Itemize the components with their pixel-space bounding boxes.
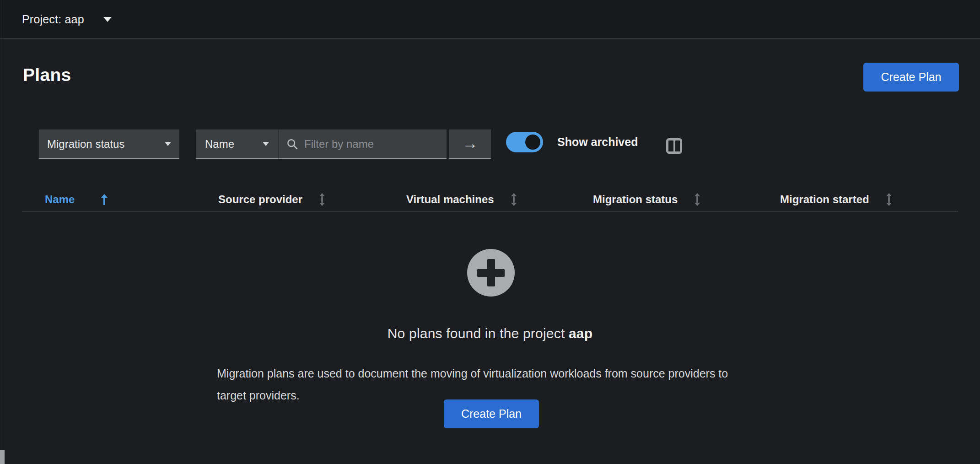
sort-both-icon <box>319 193 325 206</box>
column-header-label: Source provider <box>218 193 302 206</box>
column-header-name[interactable]: Name <box>45 193 108 206</box>
plans-table-header: Name Source provider Virtual machines <box>22 189 958 211</box>
sort-both-icon <box>886 193 892 206</box>
project-switcher-dropdown[interactable]: Project: aap <box>22 13 112 26</box>
column-cell-left <box>668 140 673 151</box>
plans-page: Project: aap Plans Create Plan Migration… <box>0 0 980 464</box>
arrow-right-icon: → <box>463 135 478 151</box>
window-left-border <box>1 0 1 464</box>
migration-status-filter-select[interactable]: Migration status <box>39 129 179 159</box>
empty-state-title: No plans found in the project aap <box>0 326 980 341</box>
page-title: Plans <box>23 65 71 85</box>
column-cell-right <box>675 140 680 151</box>
project-switcher-label: Project: aap <box>22 13 84 26</box>
filter-toolbar: Migration status Name → Show archived <box>39 129 682 159</box>
column-header-migration-started[interactable]: Migration started <box>780 193 892 206</box>
show-archived-toggle[interactable] <box>506 132 543 152</box>
left-scrollbar-thumb[interactable] <box>0 450 5 464</box>
chevron-down-icon <box>263 142 269 146</box>
empty-state-project-name: aap <box>569 326 592 341</box>
search-input[interactable] <box>304 138 440 151</box>
column-header-label: Virtual machines <box>406 193 494 206</box>
chevron-down-icon <box>103 17 112 22</box>
column-header-label: Name <box>45 193 75 206</box>
apply-filter-button[interactable]: → <box>449 129 491 159</box>
name-search-field[interactable] <box>279 129 447 159</box>
sort-both-icon <box>511 193 517 206</box>
toggle-knob <box>525 135 540 150</box>
sort-ascending-icon <box>101 193 108 206</box>
create-plan-button[interactable]: Create Plan <box>863 63 959 92</box>
empty-state-title-text: No plans found in the project <box>388 326 569 341</box>
column-header-label: Migration status <box>593 193 678 206</box>
migration-status-filter-label: Migration status <box>47 138 124 151</box>
plus-circle-icon <box>467 249 515 297</box>
chevron-down-icon <box>165 142 171 146</box>
column-header-source-provider[interactable]: Source provider <box>218 193 325 206</box>
column-header-virtual-machines[interactable]: Virtual machines <box>406 193 517 206</box>
create-plan-empty-state-button[interactable]: Create Plan <box>444 399 539 428</box>
column-header-migration-status[interactable]: Migration status <box>593 193 700 206</box>
filter-attribute-select[interactable]: Name <box>196 129 279 159</box>
masthead: Project: aap <box>0 0 980 39</box>
filter-attribute-label: Name <box>205 138 234 151</box>
search-icon <box>286 138 299 151</box>
sort-both-icon <box>694 193 700 206</box>
show-archived-label: Show archived <box>557 135 638 149</box>
name-filter-group: Name → <box>196 129 491 159</box>
manage-columns-icon[interactable] <box>666 138 682 154</box>
column-header-label: Migration started <box>780 193 869 206</box>
